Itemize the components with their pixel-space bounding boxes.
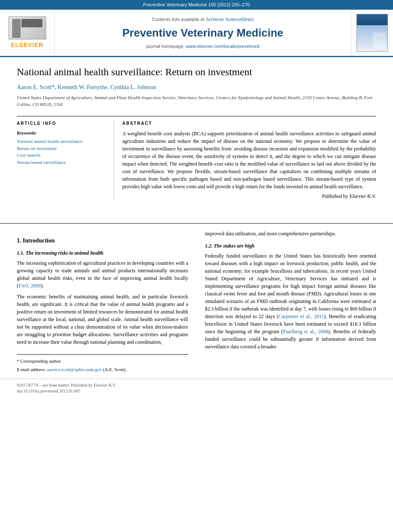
para1: The increasing sophistication of agricul… <box>17 259 188 290</box>
subsection1-title: The increasing risks to animal health <box>26 250 103 256</box>
section-intro-heading: 1. Introduction <box>17 237 188 245</box>
authors: Aaron E. Scott*, Kenneth W. Forsythe, Cy… <box>17 83 376 92</box>
keywords-label: Keywords: <box>17 130 101 136</box>
top-bar: Preventive Veterinary Medicine 105 (2012… <box>0 0 393 10</box>
journal-header-center: Contents lists available at SciVerse Sci… <box>55 10 351 56</box>
abstract-text: A weighted benefit–cost analysis (BCA) s… <box>122 130 376 190</box>
email-label: E-mail address: <box>17 367 46 372</box>
elsevier-label: ELSEVIER <box>11 41 43 50</box>
sciverse-link[interactable]: SciVerse ScienceDirect <box>206 17 253 22</box>
email-suffix: (A.E. Scott). <box>103 367 127 372</box>
keyword-3[interactable]: Cost–benefit <box>17 152 101 159</box>
footer-text: 0167-5877/$ – see front matter. Publishe… <box>17 383 116 387</box>
fao-ref[interactable]: FAO, 2009 <box>18 283 41 289</box>
homepage-link[interactable]: www.elsevier.com/locate/prevetmed <box>186 44 259 49</box>
right-column: improved data utilization, and more comp… <box>201 230 377 374</box>
abstract-title: ABSTRACT <box>122 121 376 126</box>
section-intro-number: 1. <box>17 237 21 244</box>
footnotes: * Corresponding author. E-mail address: … <box>17 354 188 373</box>
article-info-title: ARTICLE INFO <box>17 121 101 126</box>
corresponding-note: * Corresponding author. <box>17 358 188 364</box>
journal-header: ELSEVIER Contents lists available at Sci… <box>0 10 393 57</box>
logo-image <box>8 16 46 40</box>
affiliation: United States Department of Agriculture,… <box>17 95 376 108</box>
homepage-prefix: journal homepage: <box>146 44 186 49</box>
doi: doi:10.1016/j.prevetmed.2012.01.007 <box>17 389 80 393</box>
journal-citation: Preventive Veterinary Medicine 105 (2012… <box>143 2 250 7</box>
journal-homepage: journal homepage: www.elsevier.com/locat… <box>146 43 259 50</box>
subsection2-title: The stakes are high <box>214 243 255 249</box>
corresponding-label: * Corresponding author. <box>17 358 62 363</box>
footer-bar: 0167-5877/$ – see front matter. Publishe… <box>0 379 393 398</box>
subsection2-heading: 1.2. The stakes are high <box>205 242 377 250</box>
email-link[interactable]: aaron.e.scott@aphis.usda.gov <box>47 367 102 372</box>
contents-line: Contents lists available at SciVerse Sci… <box>152 16 253 23</box>
main-body: 1. Introduction 1.1. The increasing risk… <box>0 230 393 374</box>
journal-thumbnail <box>356 14 388 52</box>
elsevier-logo: ELSEVIER <box>8 16 46 50</box>
keyword-4[interactable]: Stream-based surveillance <box>17 159 101 166</box>
email-note: E-mail address: aaron.e.scott@aphis.usda… <box>17 366 188 373</box>
journal-thumb-area <box>351 10 393 56</box>
carpenter-ref[interactable]: Carpenter et al., 2011 <box>279 313 324 319</box>
page: Preventive Veterinary Medicine 105 (2012… <box>0 0 393 532</box>
keyword-1[interactable]: National animal health surveillance <box>17 138 101 145</box>
para-right-2: Federally funded surveillance in the Uni… <box>205 252 377 350</box>
published-by: Published by Elsevier B.V. <box>122 193 376 200</box>
article-title: National animal health surveillance: Ret… <box>17 66 376 79</box>
para2: The economic benefits of maintaining ani… <box>17 293 188 346</box>
journal-title: Preventive Veterinary Medicine <box>122 25 283 40</box>
elsevier-logo-area: ELSEVIER <box>0 10 55 56</box>
keyword-2[interactable]: Return on investment <box>17 145 101 152</box>
left-column: 1. Introduction 1.1. The increasing risk… <box>17 230 193 374</box>
info-section: ARTICLE INFO Keywords: National animal h… <box>17 116 376 200</box>
contents-prefix: Contents lists available at <box>152 17 206 22</box>
subsection2-number: 1.2. <box>205 243 213 249</box>
subsection1-number: 1.1. <box>17 250 24 256</box>
paarlberg-ref[interactable]: Paarlberg et al., 2008 <box>283 329 328 334</box>
article-info: ARTICLE INFO Keywords: National animal h… <box>17 121 101 200</box>
article-content: National animal health surveillance: Ret… <box>0 57 393 216</box>
subsection1-heading: 1.1. The increasing risks to animal heal… <box>17 250 188 257</box>
abstract-section: ABSTRACT A weighted benefit–cost analysi… <box>113 121 376 200</box>
para-right-1: improved data utilization, and more comp… <box>205 230 377 237</box>
section-intro-title: Introduction <box>23 237 55 244</box>
